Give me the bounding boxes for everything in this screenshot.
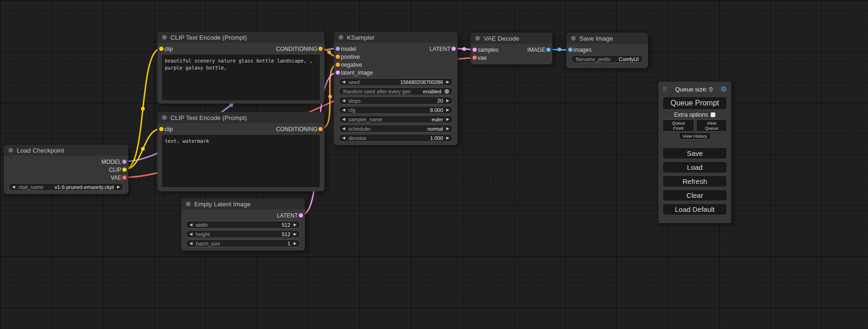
widget-random-seed-toggle[interactable]: Random seed after every gen enabled xyxy=(339,87,453,95)
increment-arrow-icon[interactable]: ▶ xyxy=(294,223,296,227)
widget-label: sampler_name xyxy=(348,117,382,122)
decrement-arrow-icon[interactable]: ◀ xyxy=(12,185,15,189)
node-title: Save Image xyxy=(579,35,613,42)
settings-gear-icon[interactable]: ⚙ xyxy=(721,85,727,93)
decrement-arrow-icon[interactable]: ◀ xyxy=(190,242,192,245)
node-vae-decode[interactable]: VAE Decode samples IMAGE vae xyxy=(471,33,552,64)
slot-label: images xyxy=(573,47,592,53)
node-ksampler[interactable]: KSampler model LATENT positive negative … xyxy=(334,32,458,145)
drag-handle-icon[interactable]: ⠿ xyxy=(663,86,667,93)
node-title-bar[interactable]: CLIP Text Encode (Prompt) xyxy=(157,112,325,123)
decrement-arrow-icon[interactable]: ◀ xyxy=(342,118,345,121)
output-pin-conditioning[interactable] xyxy=(318,127,323,131)
slot-label: LATENT xyxy=(277,212,298,219)
output-pin-model[interactable] xyxy=(122,160,127,164)
queue-prompt-button[interactable]: Queue Prompt xyxy=(663,97,727,110)
queue-front-button[interactable]: Queue Front xyxy=(663,119,694,132)
collapse-dot[interactable] xyxy=(339,35,343,40)
extra-options-label: Extra options xyxy=(674,112,708,118)
output-slot-row: VAE xyxy=(4,174,128,182)
node-title-bar[interactable]: Load Checkpoint xyxy=(4,145,128,156)
widget-denoise[interactable]: ◀ denoise 1.000 ▶ xyxy=(339,134,453,142)
node-empty-latent-image[interactable]: Empty Latent Image LATENT ◀ width 512 ▶ … xyxy=(181,198,305,251)
input-pin-images[interactable] xyxy=(568,48,572,52)
collapse-dot[interactable] xyxy=(8,148,13,153)
increment-arrow-icon[interactable]: ▶ xyxy=(446,118,449,121)
view-history-button[interactable]: View History xyxy=(679,133,711,140)
input-pin-model[interactable] xyxy=(336,47,340,51)
prompt-textarea[interactable]: beautiful scenery nature glass bottle la… xyxy=(162,55,320,100)
output-pin-image[interactable] xyxy=(546,48,550,52)
output-pin-latent[interactable] xyxy=(452,47,456,51)
save-button[interactable]: Save xyxy=(663,147,727,159)
input-pin-positive[interactable] xyxy=(336,55,340,59)
widget-steps[interactable]: ◀ steps 20 ▶ xyxy=(339,97,453,105)
node-title-bar[interactable]: Save Image xyxy=(566,33,648,44)
decrement-arrow-icon[interactable]: ◀ xyxy=(190,232,192,236)
increment-arrow-icon[interactable]: ▶ xyxy=(294,232,296,236)
input-pin-vae[interactable] xyxy=(473,56,477,60)
output-pin-clip[interactable] xyxy=(122,168,127,172)
node-clip-text-encode-positive[interactable]: CLIP Text Encode (Prompt) clip CONDITION… xyxy=(157,32,325,104)
increment-arrow-icon[interactable]: ▶ xyxy=(446,99,449,103)
widget-value: 8.000 xyxy=(430,107,443,113)
node-clip-text-encode-negative[interactable]: CLIP Text Encode (Prompt) clip CONDITION… xyxy=(157,112,325,191)
decrement-arrow-icon[interactable]: ◀ xyxy=(342,136,345,140)
collapse-dot[interactable] xyxy=(571,36,576,41)
node-title-bar[interactable]: Empty Latent Image xyxy=(181,198,305,210)
input-pin-negative[interactable] xyxy=(336,63,340,67)
input-pin-clip[interactable] xyxy=(159,127,163,131)
load-default-button[interactable]: Load Default xyxy=(663,203,727,215)
extra-options-checkbox[interactable] xyxy=(711,112,715,117)
node-graph-canvas[interactable]: Load Checkpoint MODEL CLIP VAE ◀ ckpt_na… xyxy=(0,0,868,329)
slot-label: samples xyxy=(478,47,499,53)
decrement-arrow-icon[interactable]: ◀ xyxy=(342,99,345,103)
decrement-arrow-icon[interactable]: ◀ xyxy=(342,127,345,131)
prompt-textarea[interactable]: text, watermark xyxy=(162,135,320,187)
widget-height[interactable]: ◀ height 512 ▶ xyxy=(186,230,300,238)
collapse-dot[interactable] xyxy=(186,202,191,206)
widget-filename-prefix[interactable]: filename_prefix ComfyUI xyxy=(571,55,643,63)
load-button[interactable]: Load xyxy=(663,161,727,173)
widget-ckpt-name[interactable]: ◀ ckpt_name v1-5-pruned-emaonly.ckpt ▶ xyxy=(8,183,124,191)
decrement-arrow-icon[interactable]: ◀ xyxy=(342,108,345,112)
node-title-bar[interactable]: VAE Decode xyxy=(471,33,552,44)
widget-value: ComfyUI xyxy=(619,56,639,62)
refresh-button[interactable]: Refresh xyxy=(663,175,727,187)
link-dot-positive xyxy=(327,50,331,54)
decrement-arrow-icon[interactable]: ◀ xyxy=(342,80,345,84)
output-pin-vae[interactable] xyxy=(122,175,127,180)
collapse-dot[interactable] xyxy=(475,36,480,41)
clear-button[interactable]: Clear xyxy=(663,189,727,201)
widget-seed[interactable]: ◀ seed 156680208700286 ▶ xyxy=(339,78,453,86)
node-save-image[interactable]: Save Image images filename_prefix ComfyU… xyxy=(566,33,648,68)
node-load-checkpoint[interactable]: Load Checkpoint MODEL CLIP VAE ◀ ckpt_na… xyxy=(4,145,128,194)
increment-arrow-icon[interactable]: ▶ xyxy=(446,127,449,131)
widget-label: denoise xyxy=(348,135,367,141)
collapse-dot[interactable] xyxy=(162,115,167,120)
output-pin-latent[interactable] xyxy=(299,213,303,217)
widget-sampler-name[interactable]: ◀ sampler_name euler ▶ xyxy=(339,115,453,123)
node-title-bar[interactable]: KSampler xyxy=(334,32,458,43)
widget-cfg[interactable]: ◀ cfg 8.000 ▶ xyxy=(339,106,453,114)
widget-batch-size[interactable]: ◀ batch_size 1 ▶ xyxy=(186,239,300,247)
node-title: Load Checkpoint xyxy=(17,147,64,154)
toggle-knob[interactable] xyxy=(445,89,449,94)
increment-arrow-icon[interactable]: ▶ xyxy=(294,242,296,245)
input-pin-clip[interactable] xyxy=(159,47,163,51)
increment-arrow-icon[interactable]: ▶ xyxy=(446,108,449,112)
input-pin-samples[interactable] xyxy=(473,48,477,52)
output-pin-conditioning[interactable] xyxy=(318,47,323,51)
increment-arrow-icon[interactable]: ▶ xyxy=(117,185,120,189)
collapse-dot[interactable] xyxy=(162,35,167,40)
extra-options-row: Extra options xyxy=(663,112,727,118)
decrement-arrow-icon[interactable]: ◀ xyxy=(190,223,192,227)
input-pin-latent-image[interactable] xyxy=(336,70,340,75)
increment-arrow-icon[interactable]: ▶ xyxy=(446,80,449,84)
widget-width[interactable]: ◀ width 512 ▶ xyxy=(186,221,300,229)
increment-arrow-icon[interactable]: ▶ xyxy=(446,136,449,140)
node-title-bar[interactable]: CLIP Text Encode (Prompt) xyxy=(157,32,325,43)
widget-scheduler[interactable]: ◀ scheduler normal ▶ xyxy=(339,125,453,133)
view-queue-button[interactable]: View Queue xyxy=(696,119,727,132)
widget-label: steps xyxy=(348,98,360,104)
